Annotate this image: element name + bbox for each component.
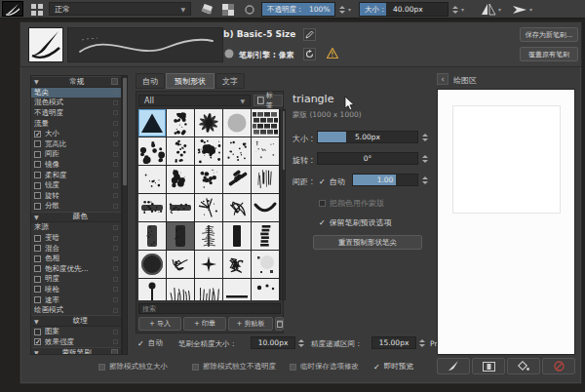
scroll-button[interactable] (111, 78, 118, 85)
brush-tip-cell[interactable] (167, 251, 194, 278)
brush-option-row[interactable]: 色相 (31, 254, 121, 264)
brush-option-row[interactable]: 大小 (31, 129, 121, 139)
overwrite-brush-button[interactable]: 覆盖原有笔刷 (520, 47, 578, 61)
brush-option-row[interactable]: 饱和度优先... (31, 264, 121, 275)
brush-option-row[interactable]: 速率 (31, 294, 121, 305)
brush-option-row[interactable]: 变暗 (31, 233, 121, 244)
tip-grid-scrollbar[interactable] (282, 109, 286, 300)
preserve-preset-checkbox[interactable]: ✓ 保留笔刷预设选项 (319, 217, 392, 228)
brush-option-row[interactable]: 流量 (31, 118, 121, 129)
save-new-brush-button[interactable]: 保存为新笔刷... (520, 27, 578, 42)
brush-tip-cell[interactable] (195, 251, 222, 278)
scratchpad-fill-gradient-button[interactable] (472, 358, 505, 374)
reload-preset-icon[interactable] (243, 3, 256, 16)
full-precision-size-field[interactable]: 10.00px (251, 336, 295, 349)
brush-tip-cell[interactable] (138, 137, 166, 165)
brush-option-row[interactable]: 笔尖 (31, 88, 121, 98)
brush-tip-cell[interactable] (223, 166, 251, 193)
wrap-options-arrow[interactable]: ▾ (529, 6, 532, 13)
brush-tip-cell[interactable] (223, 194, 251, 221)
brush-tip-cell[interactable] (195, 222, 222, 250)
brush-tip-cell[interactable] (167, 166, 194, 193)
brush-option-row[interactable]: 喷枪 (31, 285, 121, 295)
options-section-header[interactable]: ▼颜色 (31, 212, 121, 223)
brush-tip-cell[interactable] (167, 137, 194, 165)
tip-size-slider[interactable]: 5.00px (317, 131, 418, 143)
brush-option-row[interactable]: 间距 (31, 149, 121, 160)
tab-text[interactable]: 文字 (215, 73, 245, 89)
checkbox-icon[interactable] (34, 286, 41, 293)
checkbox-icon[interactable] (34, 329, 41, 335)
brush-option-row[interactable]: 宽高比 (31, 138, 121, 149)
brush-tip-cell[interactable] (138, 166, 166, 193)
size-options-arrow[interactable]: ▾ (461, 6, 464, 13)
brush-tip-cell[interactable] (195, 137, 222, 165)
eraser-size-checkbox[interactable]: 擦除模式独立大小 (98, 362, 168, 372)
eraser-mode-icon[interactable] (200, 3, 214, 16)
brush-tip-cell[interactable] (223, 279, 251, 300)
brush-option-row[interactable]: 图案 (31, 327, 121, 337)
options-scrollbar[interactable] (122, 75, 128, 355)
scratchpad-paint-button[interactable] (437, 358, 470, 374)
checkbox-icon[interactable] (34, 172, 41, 178)
scratchpad-reset-button[interactable] (542, 358, 575, 374)
brush-tip-cell[interactable] (195, 166, 222, 193)
brush-option-row[interactable]: 明度 (31, 274, 121, 285)
blending-mode-combo[interactable]: 正常 ▼ (49, 2, 191, 16)
brush-option-row[interactable]: 旋转 (31, 190, 121, 201)
wrap-around-icon[interactable] (511, 3, 528, 16)
brush-tip-cell[interactable] (167, 279, 194, 300)
eraser-opacity-checkbox[interactable]: 擦除模式独立不透明度 (192, 362, 276, 372)
brush-tip-cell[interactable] (223, 251, 251, 278)
brush-tip-cell[interactable] (167, 109, 194, 137)
brush-tip-cell[interactable] (195, 279, 222, 300)
brush-tip-cell-selected[interactable] (138, 109, 166, 137)
brush-tip-cell[interactable] (223, 137, 251, 165)
brush-tip-cell[interactable] (195, 194, 222, 221)
tip-filter-combo[interactable]: All ▼ (138, 95, 251, 106)
tip-rotation-spinner[interactable] (420, 152, 430, 165)
mirror-horizontal-icon[interactable] (480, 3, 497, 16)
brush-option-row[interactable]: 来源 (31, 222, 121, 233)
precision-auto-checkbox[interactable]: ✓ 自动 (137, 338, 163, 348)
brush-option-row[interactable]: 不透明度 (31, 108, 121, 119)
use-color-as-mask-checkbox[interactable]: 把颜色用作蒙版 (319, 198, 384, 209)
precision-fade-spinner[interactable] (417, 336, 426, 349)
brush-tip-cell[interactable] (252, 109, 279, 137)
scratchpad-fill-background-button[interactable] (507, 358, 540, 374)
brush-option-row[interactable]: 绘画模式 (31, 305, 121, 316)
clipboard-tip-button[interactable]: + 剪贴板 (228, 317, 273, 331)
brush-tip-cell[interactable] (138, 251, 166, 278)
opacity-options-arrow[interactable]: ▾ (348, 6, 351, 13)
brush-tip-cell[interactable] (138, 194, 166, 221)
checkbox-icon[interactable] (34, 245, 41, 252)
checkbox-icon[interactable] (34, 255, 41, 262)
delete-tip-button[interactable] (275, 317, 284, 331)
tip-spacing-slider[interactable]: 1.00 (352, 174, 418, 186)
brush-tip-cell[interactable] (252, 279, 279, 300)
tab-auto[interactable]: 自动 (136, 73, 165, 89)
brush-tip-cell[interactable] (167, 194, 194, 221)
precision-fade-field[interactable]: 15.00px (371, 336, 416, 349)
checkbox-icon[interactable] (34, 338, 41, 345)
checkbox-icon[interactable] (34, 265, 41, 272)
brush-tip-cell[interactable] (252, 251, 279, 278)
size-slider[interactable]: 大小 : 40.00px (359, 2, 448, 17)
checkbox-icon[interactable] (34, 192, 41, 199)
checkbox-icon[interactable] (34, 235, 41, 242)
tag-button[interactable]: 标签 (254, 95, 283, 106)
stamp-tip-button[interactable]: + 印章 (183, 317, 226, 331)
brush-option-row[interactable]: 锐度 (31, 180, 121, 191)
tip-rotation-slider[interactable]: 0° (317, 152, 418, 165)
instant-preview-checkbox[interactable]: ✓ 即时预览 (373, 362, 413, 372)
options-section-header[interactable]: ▼纹理 (31, 315, 121, 327)
tab-predefined[interactable]: 预制形状 (166, 73, 214, 89)
opacity-spinner[interactable] (337, 2, 346, 17)
tip-spacing-spinner[interactable] (420, 174, 430, 186)
brush-option-row[interactable]: 效果强度 (31, 337, 121, 348)
brush-option-row[interactable]: 柔和度 (31, 170, 121, 180)
scratchpad-canvas[interactable] (437, 89, 575, 355)
tip-search-input[interactable] (138, 303, 281, 314)
brush-tip-cell[interactable] (195, 109, 222, 137)
preserve-alpha-icon[interactable] (221, 3, 235, 16)
